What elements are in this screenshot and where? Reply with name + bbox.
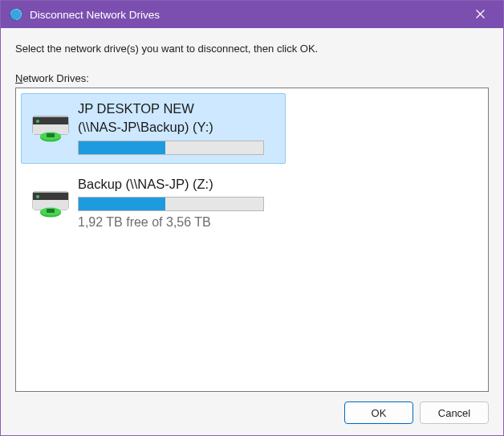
ok-button-label: OK xyxy=(372,407,387,419)
usage-bar xyxy=(78,141,264,155)
svg-point-14 xyxy=(36,195,39,198)
usage-fill xyxy=(79,198,165,210)
button-row: OK Cancel xyxy=(15,392,489,424)
list-label: Network Drives: xyxy=(15,72,489,84)
svg-rect-10 xyxy=(47,133,55,137)
ok-button[interactable]: OK xyxy=(344,401,413,424)
dialog-body: Select the network drive(s) you want to … xyxy=(1,28,503,435)
drive-item-z[interactable]: Backup (\\NAS-JP) (Z:) 1,92 TB free of 3… xyxy=(21,169,286,238)
instruction-text: Select the network drive(s) you want to … xyxy=(15,43,489,55)
drive-info: Backup (\\NAS-JP) (Z:) 1,92 TB free of 3… xyxy=(78,176,277,230)
drive-item-y[interactable]: JP DESKTOP NEW (\\NAS-JP\Backup) (Y:) xyxy=(21,93,286,164)
network-drive-icon xyxy=(30,189,71,221)
drive-path: (\\NAS-JP\Backup) (Y:) xyxy=(78,119,277,136)
dialog-window: Disconnect Network Drives Select the net… xyxy=(0,0,504,436)
usage-bar xyxy=(78,197,264,211)
drive-info: JP DESKTOP NEW (\\NAS-JP\Backup) (Y:) xyxy=(78,100,277,155)
drive-name: Backup (\\NAS-JP) (Z:) xyxy=(78,176,277,193)
titlebar[interactable]: Disconnect Network Drives xyxy=(1,1,503,28)
cancel-button-label: Cancel xyxy=(438,407,470,419)
network-drive-icon xyxy=(30,113,71,145)
svg-point-7 xyxy=(36,120,39,123)
cancel-button[interactable]: Cancel xyxy=(420,401,489,424)
network-drive-sys-icon xyxy=(9,7,23,22)
svg-rect-17 xyxy=(47,209,55,213)
close-icon xyxy=(476,7,485,22)
drive-name: JP DESKTOP NEW xyxy=(78,100,277,117)
network-drives-listbox[interactable]: JP DESKTOP NEW (\\NAS-JP\Backup) (Y:) xyxy=(15,88,489,392)
window-title: Disconnect Network Drives xyxy=(30,9,461,21)
drive-free-text: 1,92 TB free of 3,56 TB xyxy=(78,215,277,230)
close-button[interactable] xyxy=(461,2,498,26)
usage-fill xyxy=(79,141,165,154)
